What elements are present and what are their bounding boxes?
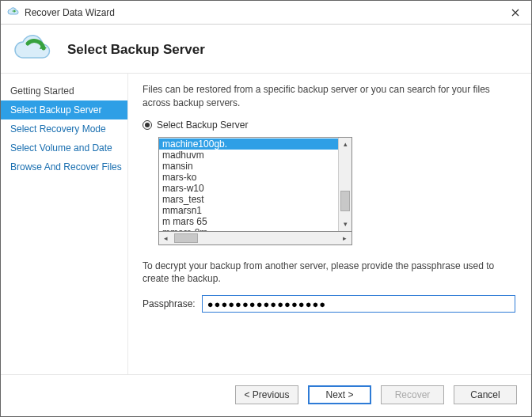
server-list-item[interactable]: mansin <box>159 161 338 172</box>
next-button[interactable]: Next > <box>308 385 371 404</box>
wizard-step-0[interactable]: Getting Started <box>1 82 127 100</box>
wizard-step-3[interactable]: Select Volume and Date <box>1 138 127 157</box>
passphrase-input[interactable] <box>202 295 515 313</box>
radio-icon <box>142 120 152 130</box>
listbox-vertical-scrollbar[interactable]: ▴ ▾ <box>338 138 352 231</box>
hscroll-thumb[interactable] <box>174 233 198 243</box>
scroll-up-arrow-icon[interactable]: ▴ <box>339 138 352 151</box>
scroll-thumb[interactable] <box>340 191 350 211</box>
decrypt-instruction-text: To decrypt your backup from another serv… <box>142 260 515 286</box>
server-listbox[interactable]: machine100gb.madhuvmmansinmars-komars-w1… <box>158 137 352 232</box>
select-backup-server-radio[interactable]: Select Backup Server <box>142 119 515 131</box>
title-bar: Recover Data Wizard <box>1 1 531 25</box>
cloud-restore-icon <box>12 32 56 66</box>
server-list-item[interactable]: mars-ko <box>159 172 338 183</box>
window-close-button[interactable] <box>500 1 531 25</box>
previous-button[interactable]: < Previous <box>235 385 298 404</box>
main-panel: Files can be restored from a specific ba… <box>127 74 531 374</box>
wizard-step-2[interactable]: Select Recovery Mode <box>1 119 127 138</box>
radio-label: Select Backup Server <box>157 119 248 131</box>
wizard-step-1[interactable]: Select Backup Server <box>1 100 127 119</box>
wizard-step-4[interactable]: Browse And Recover Files <box>1 157 127 176</box>
server-list-item[interactable]: machine100gb. <box>159 138 338 150</box>
scroll-right-arrow-icon[interactable]: ▸ <box>338 232 352 245</box>
listbox-horizontal-scrollbar[interactable]: ◂ ▸ <box>158 232 352 245</box>
scroll-down-arrow-icon[interactable]: ▾ <box>339 218 352 231</box>
app-icon <box>7 6 20 19</box>
scroll-track[interactable] <box>339 151 352 218</box>
recover-button: Recover <box>381 385 444 404</box>
hscroll-track[interactable] <box>173 232 338 245</box>
cancel-button[interactable]: Cancel <box>454 385 517 404</box>
server-list-item[interactable]: mars-w10 <box>159 183 338 194</box>
server-list-item[interactable]: m mars 65 <box>159 216 338 227</box>
server-list-item[interactable]: mars_test <box>159 194 338 205</box>
server-list-item[interactable]: madhuvm <box>159 150 338 161</box>
page-title: Select Backup Server <box>67 42 205 58</box>
server-list-item[interactable]: mmars-8m <box>159 227 338 231</box>
window-title: Recover Data Wizard <box>25 7 500 18</box>
scroll-left-arrow-icon[interactable]: ◂ <box>159 232 173 245</box>
wizard-steps-sidebar: Getting StartedSelect Backup ServerSelec… <box>1 74 127 374</box>
passphrase-label: Passphrase: <box>142 298 196 309</box>
description-text: Files can be restored from a specific ba… <box>142 83 515 110</box>
wizard-footer: < Previous Next > Recover Cancel <box>1 374 531 414</box>
wizard-header: Select Backup Server <box>1 25 531 73</box>
server-list-item[interactable]: mmarsn1 <box>159 205 338 216</box>
